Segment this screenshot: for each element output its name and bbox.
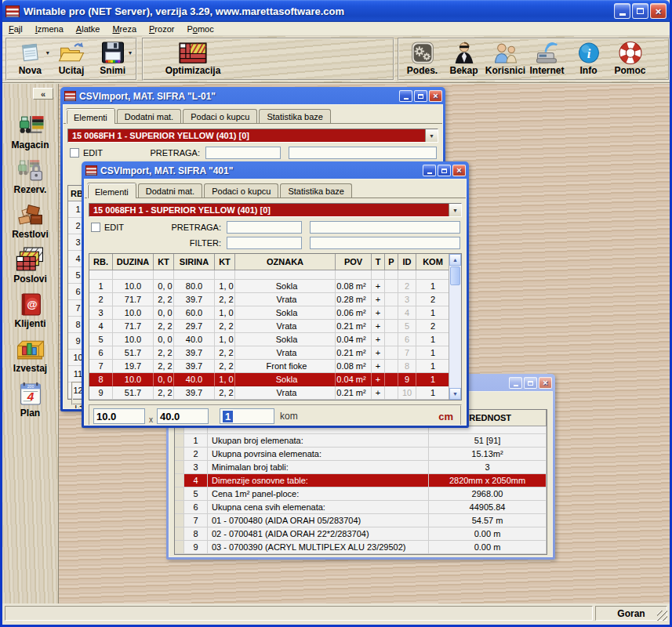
- close-button[interactable]: ×: [539, 377, 552, 389]
- maximize-button[interactable]: [438, 165, 451, 176]
- sidebar-item-magacin[interactable]: Magacin: [2, 113, 58, 150]
- window-titlebar[interactable]: CSVImport, MAT. SIFRA "401" ×: [84, 161, 467, 179]
- pretraga-input-2[interactable]: [310, 221, 460, 234]
- tab-podaciokupcu[interactable]: Podaci o kupcu: [204, 183, 278, 198]
- material-dropdown[interactable]: 15 0068FH 1 - SUPERIOR YELLOW (401) [0] …: [89, 203, 462, 217]
- width-input[interactable]: 10.0: [93, 408, 145, 424]
- column-header-duzina[interactable]: DUZINA: [113, 254, 154, 270]
- tab-dodatnimat[interactable]: Dodatni mat.: [138, 183, 202, 198]
- minimize-button[interactable]: [423, 165, 436, 176]
- row-selector[interactable]: [175, 448, 184, 461]
- table-row[interactable]: 471.72, 229.72, 2Vrata0.21 m²+52: [89, 320, 461, 333]
- table-row[interactable]: 4Dimenzije osnovne table:2820mm x 2050mm: [175, 474, 547, 487]
- table-row[interactable]: 802 - 0700481 (AIDA ORAH 22*2/283704)0.0…: [175, 527, 547, 541]
- row-selector[interactable]: [175, 434, 184, 448]
- tab-elementi[interactable]: Elementi: [66, 109, 115, 124]
- minimize-button[interactable]: [399, 90, 412, 102]
- scroll-down-icon[interactable]: ▼: [449, 388, 461, 400]
- toolbar-button-bekap[interactable]: Bekap: [443, 40, 485, 77]
- table-row[interactable]: 6Ukupna cena svih elemenata:44905.84: [175, 501, 547, 514]
- height-input[interactable]: 40.0: [157, 408, 209, 424]
- toolbar-button-nova[interactable]: ▾Nova: [9, 40, 51, 77]
- toolbar-button-snimi[interactable]: ▾Snimi: [92, 40, 133, 77]
- menu-item-pomoc[interactable]: Pomoc: [180, 24, 220, 34]
- close-button[interactable]: ×: [650, 3, 667, 19]
- toolbar-button-korisnici[interactable]: Korisnici: [485, 40, 526, 77]
- table-row[interactable]: 310.00, 060.01, 0Sokla0.06 m²+41: [89, 306, 461, 320]
- material-dropdown[interactable]: 15 0068FH 1 - SUPERIOR YELLOW (401) [0] …: [67, 129, 438, 143]
- sidebar-item-klijenti[interactable]: @Klijenti: [2, 292, 58, 329]
- menu-item-mreza[interactable]: Mreza: [106, 24, 143, 34]
- toolbar-button-internet[interactable]: Internet: [526, 40, 568, 77]
- row-selector[interactable]: [175, 474, 184, 487]
- maximize-button[interactable]: [524, 377, 537, 389]
- table-row[interactable]: 903 - 0700390 (ACRYL MULTIPLEX ALU 23/29…: [175, 541, 547, 554]
- row-selector[interactable]: [175, 527, 184, 541]
- column-header-pov[interactable]: POV: [336, 254, 372, 270]
- table-row[interactable]: 651.72, 239.72, 2Vrata0.21 m²+71: [89, 346, 461, 360]
- toolbar-button-pomoc[interactable]: Pomoc: [609, 40, 651, 77]
- column-header-t[interactable]: T: [372, 254, 385, 270]
- table-row[interactable]: 110.00, 080.01, 0Sokla0.08 m²+21: [89, 280, 461, 293]
- edit-checkbox[interactable]: [91, 223, 100, 232]
- tab-dodatnimat[interactable]: Dodatni mat.: [117, 109, 181, 123]
- row-selector[interactable]: [175, 541, 184, 554]
- sidebar-item-restlovi[interactable]: Restlovi: [2, 202, 58, 240]
- tab-statistikabaze[interactable]: Statistika baze: [259, 109, 331, 123]
- filter-input-1[interactable]: [227, 237, 302, 249]
- toolbar-button-ucitaj[interactable]: Ucitaj: [51, 40, 93, 77]
- table-row[interactable]: 510.00, 040.01, 0Sokla0.04 m²+61: [89, 333, 461, 346]
- maximize-button[interactable]: [632, 3, 648, 19]
- sidebar-item-plan[interactable]: 2004Plan: [2, 381, 58, 419]
- row-selector[interactable]: [175, 461, 184, 474]
- sidebar-item-poslovi[interactable]: Poslovi: [2, 247, 58, 285]
- tab-statistikabaze[interactable]: Statistika baze: [280, 183, 352, 198]
- table-row[interactable]: 1Ukupan broj elemenata:51 [91]: [175, 434, 547, 448]
- chevron-down-icon[interactable]: ▼: [449, 204, 461, 216]
- pretraga-input-1[interactable]: [227, 221, 302, 234]
- column-header-p[interactable]: P: [385, 254, 398, 270]
- table-row[interactable]: 2Ukupna povrsina elemenata:15.13m²: [175, 448, 547, 461]
- pretraga-input-1[interactable]: [205, 147, 281, 159]
- table-row[interactable]: 701 - 0700480 (AIDA ORAH 05/283704)54.57…: [175, 514, 547, 527]
- table-row[interactable]: 3Minimalan broj tabli:3: [175, 461, 547, 474]
- column-header-kom[interactable]: KOM: [416, 254, 450, 270]
- pretraga-input-2[interactable]: [289, 147, 437, 159]
- table-row[interactable]: 1019.72, 239.72, 2Front fioke0.08 m²+111: [89, 400, 461, 400]
- column-header-sirina[interactable]: SIRINA: [174, 254, 215, 270]
- toolbar-button-podes[interactable]: Podes.: [401, 40, 443, 77]
- column-header-kt[interactable]: KT: [154, 254, 174, 270]
- toolbar-button-info[interactable]: iInfo: [568, 40, 609, 77]
- vertical-scrollbar[interactable]: ▲ ▼: [449, 254, 461, 400]
- table-row[interactable]: 271.72, 239.72, 2Vrata0.28 m²+32: [89, 293, 461, 306]
- row-selector[interactable]: [175, 501, 184, 514]
- scrollbar-thumb[interactable]: [450, 266, 460, 285]
- column-header-id[interactable]: ID: [398, 254, 416, 270]
- resize-grip[interactable]: [657, 611, 667, 621]
- edit-checkbox[interactable]: [70, 148, 79, 158]
- tab-podaciokupcu[interactable]: Podaci o kupcu: [183, 109, 257, 123]
- minimize-button[interactable]: [509, 377, 522, 389]
- table-row[interactable]: 810.00, 040.01, 0Sokla0.04 m²+91: [89, 373, 461, 386]
- chevron-down-icon[interactable]: ▼: [425, 129, 438, 142]
- maximize-button[interactable]: [414, 90, 427, 102]
- menu-item-izmena[interactable]: Izmena: [29, 24, 70, 34]
- table-row[interactable]: 951.72, 239.72, 2Vrata0.21 m²+101: [89, 386, 461, 400]
- filter-input-2[interactable]: [310, 237, 460, 249]
- sidebar-item-rezerv[interactable]: Rezerv.: [2, 158, 58, 195]
- tab-elementi[interactable]: Elementi: [87, 183, 136, 198]
- sidebar-item-izvestaj[interactable]: Izvestaj: [2, 336, 58, 374]
- dropdown-arrow-icon[interactable]: ▾: [46, 49, 49, 56]
- menu-item-alatke[interactable]: Alatke: [70, 24, 107, 34]
- row-selector[interactable]: [175, 514, 184, 527]
- row-selector[interactable]: [175, 487, 184, 501]
- column-header-rb[interactable]: RB.: [89, 254, 113, 270]
- column-header-oznaka[interactable]: OZNAKA: [235, 254, 336, 270]
- window-titlebar[interactable]: CSVImport, MAT. SIFRA "L-01" ×: [63, 87, 443, 104]
- menu-item-fajl[interactable]: Fajl: [2, 24, 29, 34]
- close-button[interactable]: ×: [452, 165, 466, 176]
- minimize-button[interactable]: [614, 3, 630, 19]
- toolbar-button-optimizacija[interactable]: Optimizacija: [160, 40, 226, 77]
- dropdown-arrow-icon[interactable]: ▾: [129, 49, 132, 56]
- menu-item-prozor[interactable]: Prozor: [143, 24, 180, 34]
